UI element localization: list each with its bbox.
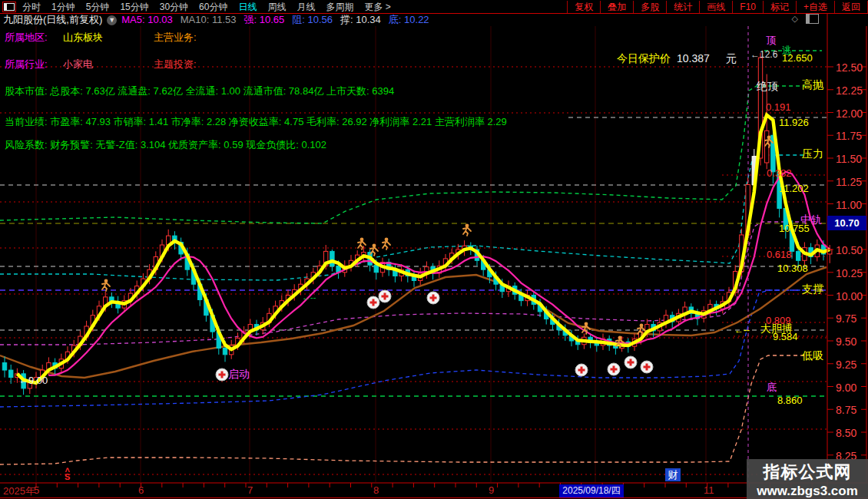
level-label: 8.860 <box>777 395 803 406</box>
price-tick-label: 12.25 <box>836 84 863 97</box>
axis-month-label: 11 <box>704 484 714 496</box>
axis-month-label: 8 <box>373 484 379 496</box>
level-label: 绝顶 <box>757 80 778 94</box>
price-tick-label: 8.75 <box>836 404 856 416</box>
cross-circle-icon <box>216 368 228 381</box>
price-tick-label: 11.50 <box>836 153 862 165</box>
price-tick-label: 10.00 <box>836 290 863 302</box>
level-label: 底 <box>767 381 777 395</box>
fundamental-info: 股本市值: 总股本: 7.63亿 流通盘: 7.62亿 全流通: 1.00 流通… <box>5 84 394 98</box>
candle-body <box>9 370 13 378</box>
fundamental-info: 所属行业: <box>5 58 48 71</box>
watermark-title: 指标公式网 <box>747 461 868 484</box>
level-label: 11.926 <box>779 117 809 128</box>
level-label: 启动 <box>228 368 250 382</box>
fundamental-info: 当前业绩: 市盈率: 47.93 市销率: 1.41 市净率: 2.28 净资收… <box>5 115 507 129</box>
candle-body <box>2 363 6 371</box>
cross-circle-icon <box>608 363 620 375</box>
fundamental-info: 所属地区: <box>5 31 48 45</box>
cross-circle-icon <box>427 292 439 304</box>
upper-green <box>0 86 805 223</box>
fundamental-info: 主题投资: <box>154 58 197 71</box>
level-label: 低吸 <box>802 349 823 363</box>
candle-body <box>330 251 334 266</box>
brown-ma <box>0 267 827 378</box>
signal-s-marker: ˄S <box>65 467 70 481</box>
price-tick-label: 11.00 <box>836 199 862 211</box>
candle-body <box>765 131 769 163</box>
runner-icon <box>102 279 110 291</box>
level-label: ←-- <box>302 292 316 302</box>
cross-circle-icon <box>367 296 379 309</box>
protect-price-label: 今日保护价 <box>617 52 671 66</box>
candle-body <box>374 265 378 273</box>
price-tick-label: 9.00 <box>836 382 856 394</box>
level-label: 高抛 <box>802 78 823 92</box>
level-label: 顶 <box>766 34 776 48</box>
kline-chart[interactable] <box>0 0 868 499</box>
fundamental-info: 山东板块 <box>63 31 103 45</box>
price-tick-label: 11.25 <box>836 176 862 188</box>
candle-body <box>223 349 227 355</box>
cross-circle-icon <box>624 356 637 368</box>
level-label: ←9.00 <box>18 375 48 386</box>
price-tick-label: 9.25 <box>836 359 856 371</box>
runner-icon <box>463 224 471 236</box>
axis-month-label: 9 <box>489 484 494 496</box>
price-tick-label: 10.25 <box>836 267 863 279</box>
level-label: 10.755 <box>779 223 810 234</box>
level-label: 10.308 <box>777 263 808 274</box>
price-tick-label: 8.50 <box>836 427 856 439</box>
axis-year-label: 2025年 <box>3 484 35 498</box>
candle-body <box>797 251 800 260</box>
level-label: 0.618 <box>767 249 792 260</box>
level-label: 支撑 <box>802 283 823 296</box>
selected-date-box[interactable]: 2025/09/18/四 <box>559 484 624 497</box>
axis-month-label: 6 <box>138 484 144 496</box>
watermark-url: www.zbgs3.com <box>747 484 868 499</box>
level-label: ←-- <box>734 325 750 335</box>
level-label: 压力 <box>802 147 823 161</box>
level-label: 9.584 <box>773 331 798 342</box>
fundamental-info: 风险系数: 财务预警: 无警-Z值: 3.104 优质资产率: 0.59 现金负… <box>5 138 326 152</box>
lower-salmon <box>0 355 805 464</box>
cross-circle-icon <box>575 364 588 376</box>
fundamental-info: 小家电 <box>63 58 93 71</box>
watermark: 指标公式网 www.zbgs3.com <box>747 459 868 499</box>
level-label: 12.650 <box>782 52 813 64</box>
level-label: ←12.6 <box>750 49 777 60</box>
finance-badge[interactable]: 财 <box>665 468 681 481</box>
mid-magenta-band <box>0 222 805 345</box>
protect-price-unit: 元 <box>726 52 737 66</box>
cross-circle-icon <box>641 361 653 373</box>
app-window: 分时1分钟5分钟15分钟30分钟60分钟日线周线月线多周期更多 > 复权叠加多股… <box>0 0 868 499</box>
level-label: 11.202 <box>779 183 809 194</box>
price-tick-label: 11.75 <box>836 130 862 142</box>
level-label: 0.191 <box>766 101 791 113</box>
fundamental-info: 主营业务: <box>154 31 197 45</box>
cross-circle-icon <box>379 290 391 302</box>
price-tick-label: 12.00 <box>836 107 863 120</box>
price-tick-label: 12.50 <box>836 61 863 74</box>
price-tick-label: 9.75 <box>836 312 856 325</box>
price-tick-label: 9.50 <box>836 335 856 348</box>
current-price-tag: 10.70 <box>827 216 866 230</box>
axis-month-label: 5 <box>34 484 39 496</box>
axis-month-label: 7 <box>247 484 253 496</box>
protect-price-value: 10.387 <box>677 52 710 64</box>
level-label: 0.382 <box>767 167 792 179</box>
price-tick-label: 10.50 <box>836 244 863 256</box>
